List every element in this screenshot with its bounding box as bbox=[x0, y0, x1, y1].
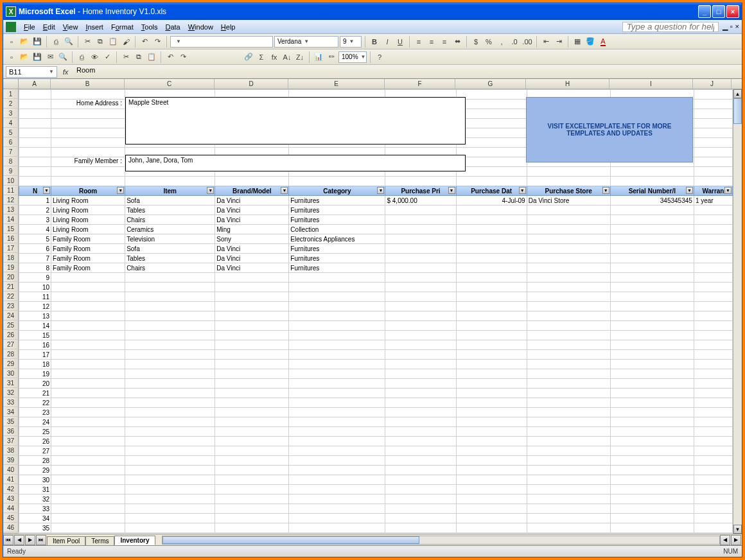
row-header-42[interactable]: 42 bbox=[3, 484, 19, 494]
table-row[interactable]: 16 bbox=[19, 340, 733, 350]
sum-icon[interactable]: Σ bbox=[256, 51, 267, 63]
preview-icon[interactable]: 🔍 bbox=[63, 36, 74, 48]
table-row[interactable]: 5Family RoomTelevisionSonyElectronics Ap… bbox=[19, 234, 733, 244]
col-header-I[interactable]: I bbox=[609, 79, 693, 89]
filter-header-9[interactable]: Warran▼ bbox=[694, 186, 732, 196]
fontsize-select[interactable]: 9▼ bbox=[340, 36, 362, 48]
align-left-icon[interactable]: ≡ bbox=[413, 36, 425, 48]
fx-icon[interactable]: fx bbox=[61, 68, 70, 76]
filter-header-0[interactable]: N▼ bbox=[19, 186, 51, 196]
undo-icon[interactable]: ↶ bbox=[139, 36, 150, 48]
row-header-16[interactable]: 16 bbox=[3, 234, 19, 243]
table-row[interactable]: 9 bbox=[19, 273, 733, 283]
table-row[interactable]: 27 bbox=[19, 446, 733, 456]
italic-icon[interactable]: I bbox=[381, 36, 393, 48]
tb2-preview-icon[interactable]: 👁 bbox=[89, 51, 100, 63]
style-select[interactable]: ▼ bbox=[170, 36, 273, 48]
promo-banner[interactable]: VISIT EXCELTEMPLATE.NET FOR MORE TEMPLAT… bbox=[526, 97, 693, 162]
filter-header-1[interactable]: Room▼ bbox=[51, 186, 125, 196]
menu-view[interactable]: View bbox=[59, 22, 82, 32]
tab-next-icon[interactable]: ▶ bbox=[25, 535, 35, 545]
dec-indent-icon[interactable]: ⇤ bbox=[540, 36, 552, 48]
col-header-H[interactable]: H bbox=[526, 79, 609, 89]
tb2-new-icon[interactable]: ▫ bbox=[6, 51, 17, 63]
filter-header-7[interactable]: Purchase Store▼ bbox=[527, 186, 610, 196]
row-header-13[interactable]: 13 bbox=[3, 205, 19, 214]
cells-area[interactable]: N▼Room▼Item▼Brand/Model▼Category▼Purchas… bbox=[19, 89, 733, 534]
row-header-24[interactable]: 24 bbox=[3, 311, 19, 320]
tab-item-pool[interactable]: Item Pool bbox=[47, 536, 85, 545]
row-header-6[interactable]: 6 bbox=[3, 137, 19, 147]
table-row[interactable]: 8Family RoomChairsDa VinciFurnitures bbox=[19, 263, 733, 273]
underline-icon[interactable]: U bbox=[394, 36, 406, 48]
row-header-20[interactable]: 20 bbox=[3, 272, 19, 282]
row-header-36[interactable]: 36 bbox=[3, 426, 19, 436]
chart-icon[interactable]: 📊 bbox=[313, 51, 324, 63]
name-box[interactable]: B11▼ bbox=[6, 66, 57, 78]
table-row[interactable]: 18 bbox=[19, 360, 733, 369]
row-header-32[interactable]: 32 bbox=[3, 388, 19, 398]
sort-asc-icon[interactable]: A↓ bbox=[281, 51, 293, 63]
table-row[interactable]: 28 bbox=[19, 456, 733, 466]
table-row[interactable]: 34 bbox=[19, 514, 733, 523]
align-right-icon[interactable]: ≡ bbox=[439, 36, 450, 48]
col-header-J[interactable]: J bbox=[693, 79, 732, 89]
select-all-corner[interactable] bbox=[3, 79, 19, 89]
tb2-spell-icon[interactable]: ✓ bbox=[101, 51, 113, 63]
table-row[interactable]: 13 bbox=[19, 311, 733, 321]
scroll-down-icon[interactable]: ▼ bbox=[733, 525, 742, 534]
save-icon[interactable]: 💾 bbox=[31, 36, 43, 48]
cut-icon[interactable]: ✂ bbox=[82, 36, 93, 48]
filter-dropdown-icon[interactable]: ▼ bbox=[724, 187, 732, 194]
row-header-8[interactable]: 8 bbox=[3, 157, 19, 166]
row-header-31[interactable]: 31 bbox=[3, 378, 19, 388]
row-header-45[interactable]: 45 bbox=[3, 513, 19, 523]
fill-color-icon[interactable]: 🪣 bbox=[584, 36, 596, 48]
row-header-33[interactable]: 33 bbox=[3, 398, 19, 407]
row-header-46[interactable]: 46 bbox=[3, 523, 19, 532]
tb2-undo-icon[interactable]: ↶ bbox=[164, 51, 176, 63]
row-header-25[interactable]: 25 bbox=[3, 320, 19, 330]
col-header-C[interactable]: C bbox=[125, 79, 215, 89]
col-header-D[interactable]: D bbox=[215, 79, 288, 89]
family-value[interactable]: John, Jane, Dora, Tom bbox=[125, 155, 466, 171]
bold-icon[interactable]: B bbox=[369, 36, 380, 48]
col-header-A[interactable]: A bbox=[19, 79, 51, 89]
help-question-input[interactable] bbox=[622, 22, 719, 32]
filter-header-4[interactable]: Category▼ bbox=[289, 186, 385, 196]
row-header-35[interactable]: 35 bbox=[3, 417, 19, 426]
table-row[interactable]: 11 bbox=[19, 292, 733, 302]
row-header-11[interactable]: 11 bbox=[3, 186, 19, 195]
link-icon[interactable]: 🔗 bbox=[243, 51, 254, 63]
row-header-14[interactable]: 14 bbox=[3, 214, 19, 224]
zoom-select[interactable]: 100%▼ bbox=[338, 51, 367, 63]
tb2-mail-icon[interactable]: ✉ bbox=[44, 51, 56, 63]
scroll-thumb[interactable] bbox=[733, 98, 742, 124]
vertical-scrollbar[interactable]: ▲ ▼ bbox=[733, 89, 742, 534]
row-header-3[interactable]: 3 bbox=[3, 109, 19, 118]
table-row[interactable]: 17 bbox=[19, 350, 733, 360]
row-header-5[interactable]: 5 bbox=[3, 128, 19, 137]
tb2-paste-icon[interactable]: 📋 bbox=[146, 51, 157, 63]
hscroll-right-icon[interactable]: ▶ bbox=[731, 535, 741, 545]
row-header-17[interactable]: 17 bbox=[3, 243, 19, 253]
merge-icon[interactable]: ⬌ bbox=[451, 36, 463, 48]
filter-header-5[interactable]: Purchase Pri▼ bbox=[385, 186, 456, 196]
table-row[interactable]: 15 bbox=[19, 331, 733, 340]
table-row[interactable]: 12 bbox=[19, 302, 733, 311]
filter-dropdown-icon[interactable]: ▼ bbox=[117, 187, 124, 194]
table-row[interactable]: 35 bbox=[19, 523, 733, 533]
doc-minimize-icon[interactable]: ▁ bbox=[723, 22, 728, 31]
row-header-1[interactable]: 1 bbox=[3, 89, 19, 99]
tab-prev-icon[interactable]: ◀ bbox=[14, 535, 24, 545]
row-header-41[interactable]: 41 bbox=[3, 475, 19, 484]
row-header-30[interactable]: 30 bbox=[3, 369, 19, 378]
row-header-37[interactable]: 37 bbox=[3, 436, 19, 446]
doc-close-icon[interactable]: × bbox=[735, 22, 739, 31]
align-center-icon[interactable]: ≡ bbox=[426, 36, 437, 48]
menu-insert[interactable]: Insert bbox=[82, 22, 107, 32]
redo-icon[interactable]: ↷ bbox=[152, 36, 163, 48]
filter-dropdown-icon[interactable]: ▼ bbox=[207, 187, 214, 194]
row-header-23[interactable]: 23 bbox=[3, 301, 19, 311]
table-row[interactable]: 20 bbox=[19, 379, 733, 389]
